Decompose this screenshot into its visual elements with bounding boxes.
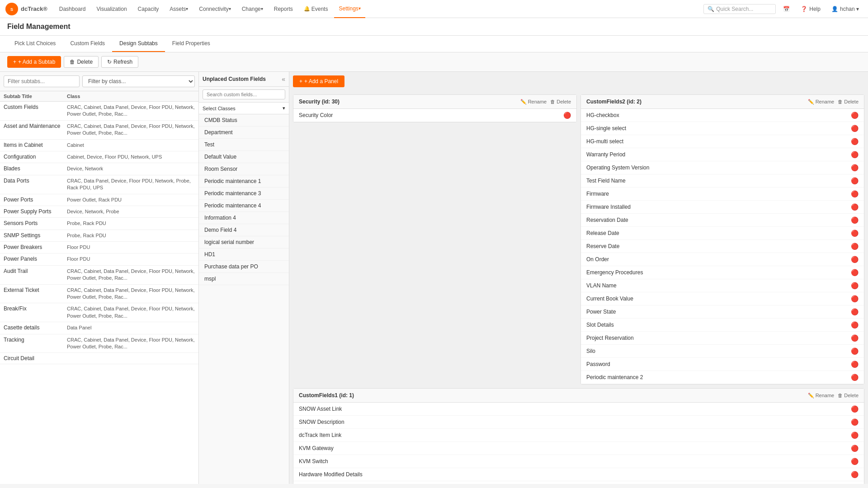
table-row[interactable]: Power PanelsFloor PDU (0, 253, 198, 265)
remove-field-button[interactable]: 🔴 (850, 150, 859, 159)
remove-field-button[interactable]: 🔴 (850, 373, 859, 381)
table-row[interactable]: Data PortsCRAC, Data Panel, Device, Floo… (0, 175, 198, 194)
table-row[interactable]: SNMP SettingsProbe, Rack PDU (0, 230, 198, 242)
remove-field-button[interactable]: 🔴 (850, 177, 859, 185)
remove-field-button[interactable]: 🔴 (850, 229, 859, 237)
delete-button[interactable]: 🗑 Delete (64, 56, 99, 68)
center-search-input[interactable] (203, 89, 285, 99)
user-menu[interactable]: 👤 hchan ▾ (828, 0, 863, 18)
list-item[interactable]: Default Value (199, 151, 289, 163)
table-row[interactable]: ConfigurationCabinet, Device, Floor PDU,… (0, 151, 198, 163)
collapse-button[interactable]: « (282, 75, 285, 83)
list-item[interactable]: Purchase data per PO (199, 261, 289, 273)
remove-field-button[interactable]: 🔴 (850, 347, 859, 355)
remove-field-button[interactable]: 🔴 (850, 282, 859, 290)
table-row[interactable]: Circuit Detail (0, 353, 198, 364)
tab-custom-fields[interactable]: Custom Fields (63, 36, 112, 52)
remove-field-button[interactable]: 🔴 (850, 360, 859, 368)
remove-field-button[interactable]: 🔴 (850, 431, 859, 439)
remove-field-button[interactable]: 🔴 (850, 190, 859, 198)
nav-item-visualization[interactable]: Visualization (92, 0, 131, 18)
remove-field-button[interactable]: 🔴 (850, 242, 859, 250)
remove-field-button[interactable]: 🔴 (850, 216, 859, 224)
remove-field-button[interactable]: 🔴 (850, 255, 859, 263)
custom-fields2-panel: CustomFields2 (id: 2) ✏️ Rename 🗑 Delete… (580, 94, 864, 385)
select-classes-bar[interactable]: Select Classes ▾ (199, 103, 289, 114)
field-name: Power State (586, 309, 850, 315)
list-item[interactable]: HD1 (199, 249, 289, 261)
table-row[interactable]: Power BreakersFloor PDU (0, 242, 198, 253)
nav-item-change[interactable]: Change (237, 0, 268, 18)
table-row[interactable]: Audit TrailCRAC, Cabinet, Data Panel, De… (0, 266, 198, 285)
table-row[interactable]: TrackingCRAC, Cabinet, Data Panel, Devic… (0, 334, 198, 353)
remove-field-button[interactable]: 🔴 (850, 124, 859, 132)
table-row[interactable]: Asset and MaintenanceCRAC, Cabinet, Data… (0, 121, 198, 140)
list-item[interactable]: Room Sensor (199, 163, 289, 175)
tab-design-subtabs[interactable]: Design Subtabs (112, 36, 165, 52)
cf2-delete-button[interactable]: 🗑 Delete (838, 99, 859, 104)
list-item[interactable]: Demo Field 4 (199, 224, 289, 236)
security-panel-actions: ✏️ Rename 🗑 Delete (520, 99, 571, 105)
calendar-button[interactable]: 📅 (779, 0, 793, 18)
list-item[interactable]: Periodic maintenance 4 (199, 200, 289, 212)
table-row[interactable]: Casette detailsData Panel (0, 322, 198, 334)
remove-field-button[interactable]: 🔴 (850, 137, 859, 145)
help-button[interactable]: ❓ Help (797, 0, 824, 18)
remove-field-button[interactable]: 🔴 (850, 321, 859, 329)
tab-pick-list-choices[interactable]: Pick List Choices (7, 36, 63, 52)
quick-search-button[interactable]: 🔍 Quick Search... (703, 4, 776, 14)
remove-field-button[interactable]: 🔴 (850, 483, 859, 484)
cf1-rename-button[interactable]: ✏️ Rename (808, 393, 835, 399)
remove-field-button[interactable]: 🔴 (850, 418, 859, 426)
cf2-rename-button[interactable]: ✏️ Rename (808, 99, 835, 105)
table-row[interactable]: Custom FieldsCRAC, Cabinet, Data Panel, … (0, 102, 198, 121)
nav-item-events[interactable]: Events (299, 0, 333, 18)
panel-field-row: VLAN Name🔴 (581, 279, 864, 292)
remove-field-button[interactable]: 🔴 (850, 111, 859, 119)
remove-field-button[interactable]: 🔴 (850, 405, 859, 413)
remove-field-button[interactable]: 🔴 (850, 295, 859, 303)
nav-item-capacity[interactable]: Capacity (133, 0, 164, 18)
list-item[interactable]: Periodic maintenance 3 (199, 188, 289, 200)
table-row[interactable]: Break/FixCRAC, Cabinet, Data Panel, Devi… (0, 303, 198, 322)
list-item[interactable]: Periodic maintenance 1 (199, 175, 289, 188)
remove-field-button[interactable]: 🔴 (850, 457, 859, 465)
table-row[interactable]: Power PortsPower Outlet, Rack PDU (0, 194, 198, 206)
remove-field-button[interactable]: 🔴 (850, 308, 859, 316)
remove-field-button[interactable]: 🔴 (850, 268, 859, 277)
cf1-delete-button[interactable]: 🗑 Delete (838, 393, 859, 398)
add-subtab-button[interactable]: + + Add a Subtab (7, 56, 61, 68)
nav-item-reports[interactable]: Reports (269, 0, 297, 18)
add-panel-button[interactable]: + + Add a Panel (293, 75, 344, 87)
remove-field-button[interactable]: 🔴 (850, 334, 859, 342)
nav-item-dashboard[interactable]: Dashboard (55, 0, 90, 18)
remove-field-button[interactable]: 🔴 (850, 470, 859, 479)
list-item[interactable]: Test (199, 139, 289, 151)
remove-field-button[interactable]: 🔴 (850, 203, 859, 211)
table-row[interactable]: Items in CabinetCabinet (0, 140, 198, 151)
table-row[interactable]: Power Supply PortsDevice, Network, Probe (0, 206, 198, 218)
security-delete-button[interactable]: 🗑 Delete (550, 99, 571, 104)
table-row[interactable]: BladesDevice, Network (0, 163, 198, 175)
list-item[interactable]: CMDB Status (199, 114, 289, 127)
filter-subtabs-input[interactable] (4, 75, 80, 87)
filter-class-select[interactable]: Filter by class... (82, 75, 195, 87)
remove-field-button[interactable]: 🔴 (850, 164, 859, 172)
security-rename-button[interactable]: ✏️ Rename (520, 99, 547, 105)
field-name: SNOW Description (299, 419, 850, 425)
nav-item-connectivity[interactable]: Connectivity (194, 0, 235, 18)
remove-field-button[interactable]: 🔴 (850, 444, 859, 452)
list-item[interactable]: logical serial number (199, 236, 289, 249)
panel-field-row: On Order🔴 (581, 253, 864, 266)
list-item[interactable]: Information 4 (199, 212, 289, 224)
list-item[interactable]: mspl (199, 273, 289, 285)
table-row[interactable]: External TicketCRAC, Cabinet, Data Panel… (0, 285, 198, 304)
nav-item-settings[interactable]: Settings (334, 0, 365, 18)
table-row[interactable]: Sensors PortsProbe, Rack PDU (0, 218, 198, 230)
field-name: HG-single select (586, 125, 850, 131)
tab-field-properties[interactable]: Field Properties (165, 36, 217, 52)
refresh-button[interactable]: ↻ Refresh (101, 56, 138, 68)
remove-field-button[interactable]: 🔴 (563, 111, 571, 119)
list-item[interactable]: Department (199, 127, 289, 139)
nav-item-assets[interactable]: Assets (165, 0, 193, 18)
